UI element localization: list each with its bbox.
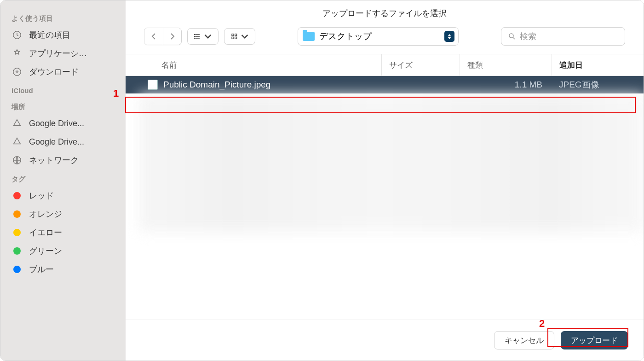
column-kind[interactable]: 種類 bbox=[460, 54, 552, 76]
column-name[interactable]: 名前 bbox=[144, 60, 381, 70]
location-dropdown[interactable]: デスクトップ bbox=[298, 27, 459, 46]
folder-icon bbox=[303, 32, 315, 41]
sidebar-icloud-header: iCloud bbox=[0, 81, 126, 97]
file-list: Public Domain_Picture.jpeg 1.1 MB JPEG画像 bbox=[126, 76, 644, 320]
tag-dot-icon bbox=[13, 266, 21, 273]
cancel-button[interactable]: キャンセル bbox=[494, 331, 554, 349]
footer: キャンセル アップロード bbox=[126, 320, 644, 361]
download-icon bbox=[12, 66, 23, 77]
sidebar: よく使う項目 最近の項目 アプリケーシ… ダウンロード iCloud 場所 Go… bbox=[0, 0, 126, 361]
search-input[interactable]: 検索 bbox=[501, 27, 625, 46]
svg-rect-6 bbox=[232, 34, 234, 36]
chevron-down-icon bbox=[241, 33, 248, 40]
svg-point-5 bbox=[195, 38, 195, 38]
network-icon bbox=[12, 155, 23, 166]
svg-rect-7 bbox=[235, 34, 237, 36]
gdrive-icon bbox=[12, 136, 23, 147]
tag-dot-icon bbox=[13, 210, 21, 218]
file-picker-window: よく使う項目 最近の項目 アプリケーシ… ダウンロード iCloud 場所 Go… bbox=[0, 0, 644, 361]
file-size: 1.1 MB bbox=[473, 80, 552, 90]
clock-icon bbox=[12, 29, 23, 41]
sidebar-item-gdrive-1[interactable]: Google Drive... bbox=[0, 114, 126, 133]
toolbar: デスクトップ 検索 bbox=[126, 24, 644, 54]
sidebar-item-recents[interactable]: 最近の項目 bbox=[0, 26, 126, 44]
gdrive-icon bbox=[12, 118, 23, 129]
sidebar-favorites-header: よく使う項目 bbox=[0, 9, 126, 26]
sidebar-tag-red[interactable]: レッド bbox=[0, 186, 126, 205]
tag-dot-icon bbox=[13, 192, 21, 199]
tag-dot-icon bbox=[13, 229, 21, 236]
dialog-title: アップロードするファイルを選択 bbox=[126, 0, 644, 24]
sidebar-tag-blue[interactable]: ブルー bbox=[0, 260, 126, 279]
forward-button[interactable] bbox=[163, 28, 181, 45]
column-date[interactable]: 追加日 bbox=[552, 54, 644, 76]
column-header: 名前 サイズ 種類 追加日 bbox=[126, 54, 644, 76]
view-mode-dropdown[interactable] bbox=[187, 28, 218, 45]
file-name: Public Domain_Picture.jpeg bbox=[163, 80, 473, 90]
image-file-icon bbox=[148, 80, 158, 90]
svg-point-10 bbox=[509, 34, 513, 38]
blurred-content bbox=[139, 93, 644, 232]
file-row[interactable]: Public Domain_Picture.jpeg 1.1 MB JPEG画像 bbox=[126, 76, 644, 93]
group-dropdown[interactable] bbox=[224, 28, 255, 45]
search-placeholder: 検索 bbox=[520, 31, 536, 42]
sidebar-item-downloads[interactable]: ダウンロード bbox=[0, 63, 126, 81]
svg-point-3 bbox=[195, 34, 195, 35]
sidebar-item-applications[interactable]: アプリケーシ… bbox=[0, 44, 126, 63]
nav-group bbox=[144, 28, 182, 45]
chevron-down-icon bbox=[204, 33, 212, 40]
sidebar-tag-green[interactable]: グリーン bbox=[0, 242, 126, 260]
sidebar-item-gdrive-2[interactable]: Google Drive... bbox=[0, 133, 126, 151]
main-panel: アップロードするファイルを選択 デスクトップ bbox=[126, 0, 644, 361]
updown-icon bbox=[444, 31, 454, 42]
apps-icon bbox=[12, 48, 23, 59]
svg-rect-9 bbox=[235, 37, 237, 39]
sidebar-tag-yellow[interactable]: イエロー bbox=[0, 223, 126, 242]
back-button[interactable] bbox=[144, 28, 163, 45]
search-icon bbox=[508, 32, 516, 41]
sidebar-tag-orange[interactable]: オレンジ bbox=[0, 205, 126, 223]
svg-rect-8 bbox=[232, 37, 234, 39]
sidebar-item-network[interactable]: ネットワーク bbox=[0, 151, 126, 169]
sidebar-tags-header: タグ bbox=[0, 169, 126, 186]
svg-point-4 bbox=[195, 36, 195, 36]
tag-dot-icon bbox=[13, 247, 21, 255]
sidebar-locations-header: 場所 bbox=[0, 97, 126, 114]
upload-button[interactable]: アップロード bbox=[561, 331, 628, 349]
file-kind: JPEG画像 bbox=[552, 79, 644, 91]
column-size[interactable]: サイズ bbox=[381, 54, 460, 76]
